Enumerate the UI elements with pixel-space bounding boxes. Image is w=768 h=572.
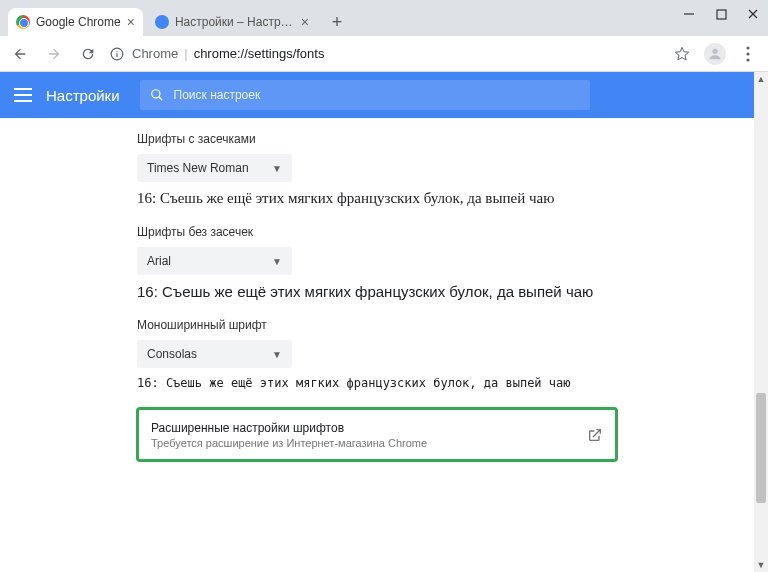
forward-button[interactable] xyxy=(42,42,66,66)
ext-subtitle: Требуется расширение из Интернет-магазин… xyxy=(151,437,427,449)
close-window-button[interactable] xyxy=(746,7,760,21)
mono-font-dropdown[interactable]: Consolas ▼ xyxy=(137,340,292,368)
tab-close-icon[interactable]: × xyxy=(301,15,309,29)
chevron-down-icon: ▼ xyxy=(272,256,282,267)
ext-title: Расширенные настройки шрифтов xyxy=(151,421,427,435)
back-button[interactable] xyxy=(8,42,32,66)
mono-sample-text: 16: Съешь же ещё этих мягких французских… xyxy=(137,376,617,390)
advanced-font-settings-link[interactable]: Расширенные настройки шрифтов Требуется … xyxy=(137,408,617,461)
window-title-bar: Google Chrome × Настройки – Настроить шр… xyxy=(0,0,768,36)
serif-font-dropdown[interactable]: Times New Roman ▼ xyxy=(137,154,292,182)
svg-point-5 xyxy=(116,50,117,51)
settings-header: Настройки xyxy=(0,72,754,118)
reload-button[interactable] xyxy=(76,42,100,66)
url-divider: | xyxy=(184,46,187,61)
sans-sample-text: 16: Съешь же ещё этих мягких французских… xyxy=(137,283,617,300)
content-row: Настройки Шрифты с засечками Times New R… xyxy=(0,72,768,572)
hamburger-menu-button[interactable] xyxy=(14,88,32,102)
sans-label: Шрифты без засечек xyxy=(137,225,617,239)
maximize-button[interactable] xyxy=(714,7,728,21)
bookmark-button[interactable] xyxy=(670,42,694,66)
chevron-down-icon: ▼ xyxy=(272,163,282,174)
scroll-thumb[interactable] xyxy=(756,393,766,503)
scroll-down-icon[interactable]: ▼ xyxy=(757,558,766,572)
settings-pane[interactable]: Шрифты с засечками Times New Roman ▼ 16:… xyxy=(0,118,754,572)
url-scheme-label: Chrome xyxy=(132,46,178,61)
scroll-up-icon[interactable]: ▲ xyxy=(757,72,766,86)
settings-card: Шрифты с засечками Times New Roman ▼ 16:… xyxy=(137,118,617,572)
new-tab-button[interactable]: + xyxy=(325,10,349,34)
external-link-icon xyxy=(587,427,603,443)
window-controls xyxy=(682,0,760,28)
browser-tab-1[interactable]: Google Chrome × xyxy=(8,8,143,36)
serif-sample-text: 16: Съешь же ещё этих мягких французских… xyxy=(137,190,617,207)
tab-title: Настройки – Настроить шрифт... xyxy=(175,15,295,29)
dropdown-value: Arial xyxy=(147,254,171,268)
menu-button[interactable] xyxy=(736,46,760,62)
sans-font-section: Шрифты без засечек Arial ▼ 16: Съешь же … xyxy=(137,225,617,300)
svg-point-9 xyxy=(746,52,749,55)
address-bar[interactable]: Chrome | chrome://settings/fonts xyxy=(110,46,660,61)
chrome-favicon-icon xyxy=(16,15,30,29)
mono-font-section: Моноширинный шрифт Consolas ▼ 16: Съешь … xyxy=(137,318,617,390)
ext-text-block: Расширенные настройки шрифтов Требуется … xyxy=(151,421,427,449)
sans-font-dropdown[interactable]: Arial ▼ xyxy=(137,247,292,275)
svg-rect-1 xyxy=(717,10,726,19)
dropdown-value: Times New Roman xyxy=(147,161,249,175)
browser-toolbar: Chrome | chrome://settings/fonts xyxy=(0,36,768,72)
svg-point-8 xyxy=(746,46,749,49)
browser-tab-2[interactable]: Настройки – Настроить шрифт... × xyxy=(147,8,317,36)
svg-point-14 xyxy=(151,90,159,98)
tab-title: Google Chrome xyxy=(36,15,121,29)
svg-line-15 xyxy=(158,97,162,101)
dropdown-value: Consolas xyxy=(147,347,197,361)
chrome-info-icon xyxy=(110,47,124,61)
search-input[interactable] xyxy=(174,88,580,102)
page-title: Настройки xyxy=(46,87,120,104)
mono-label: Моноширинный шрифт xyxy=(137,318,617,332)
svg-rect-6 xyxy=(116,53,117,57)
tab-close-icon[interactable]: × xyxy=(127,15,135,29)
content-wrapper: Настройки Шрифты с засечками Times New R… xyxy=(0,72,754,572)
minimize-button[interactable] xyxy=(682,7,696,21)
chevron-down-icon: ▼ xyxy=(272,349,282,360)
page-scrollbar[interactable]: ▲ ▼ xyxy=(754,72,768,572)
search-icon xyxy=(150,88,164,102)
serif-label: Шрифты с засечками xyxy=(137,132,617,146)
scroll-track[interactable] xyxy=(754,86,768,558)
svg-point-7 xyxy=(712,48,717,53)
url-path: chrome://settings/fonts xyxy=(194,46,325,61)
serif-font-section: Шрифты с засечками Times New Roman ▼ 16:… xyxy=(137,132,617,207)
svg-point-10 xyxy=(746,58,749,61)
profile-avatar[interactable] xyxy=(704,43,726,65)
settings-search[interactable] xyxy=(140,80,590,110)
settings-favicon-icon xyxy=(155,15,169,29)
